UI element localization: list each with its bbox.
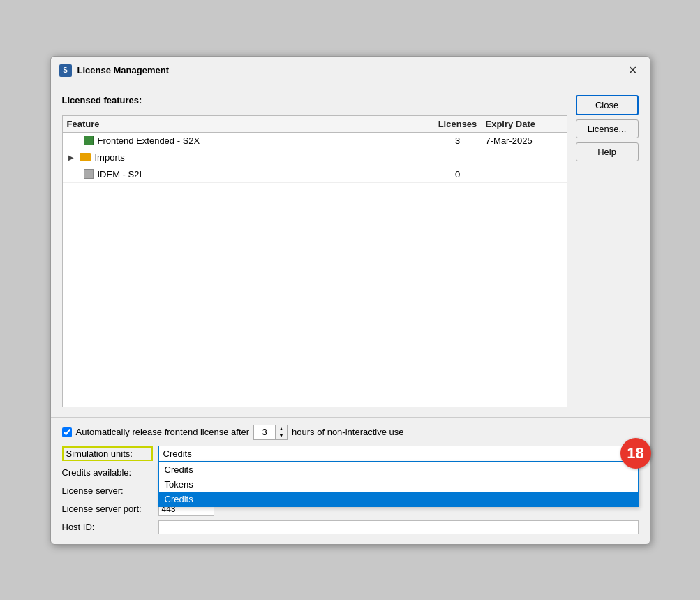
feature-name-idem: IDEM - S2I <box>98 169 142 180</box>
row-expiry-frontend: 7-Mar-2025 <box>486 136 563 146</box>
bottom-section: Automatically release frontend license a… <box>51 417 650 544</box>
dialog-title: License Management <box>77 65 619 75</box>
row-feature-idem: IDEM - S2I <box>67 169 430 180</box>
side-buttons: Close License... Help <box>576 95 639 407</box>
row-licenses-frontend: 3 <box>430 136 486 146</box>
simulation-units-row: Simulation units: Credits ▾ Credits Toke… <box>62 446 639 462</box>
close-button[interactable]: Close <box>576 95 639 115</box>
simulation-units-dropdown[interactable]: Credits ▾ <box>158 446 639 462</box>
host-id-value <box>158 520 639 534</box>
license-server-port-label: License server port: <box>62 504 153 514</box>
hours-spinner[interactable]: ▲ ▼ <box>253 425 288 440</box>
feature-name-frontend: Frontend Extended - S2X <box>98 136 200 146</box>
help-button[interactable]: Help <box>576 142 639 161</box>
feature-icon-green <box>84 136 94 145</box>
spinner-up-button[interactable]: ▲ <box>276 425 287 432</box>
dropdown-list: Credits Tokens Credits <box>158 462 639 507</box>
row-feature-frontend: Frontend Extended - S2X <box>67 136 430 146</box>
credits-available-label: Credits available: <box>62 467 153 478</box>
auto-release-checkbox[interactable] <box>62 427 72 437</box>
col-header-expiry: Expiry Date <box>486 119 563 129</box>
feature-name-imports: Imports <box>95 152 125 163</box>
licensed-features-label: Licensed features: <box>62 95 567 105</box>
title-bar: S License Management ✕ <box>51 57 650 85</box>
dialog-body: Licensed features: Feature Licenses Expi… <box>51 85 650 417</box>
features-table: Feature Licenses Expiry Date Frontend Ex… <box>62 115 567 407</box>
auto-release-label-after: hours of non-interactive use <box>292 427 403 437</box>
simulation-units-dropdown-wrapper: Credits ▾ Credits Tokens Credits 18 <box>158 446 639 462</box>
license-button[interactable]: License... <box>576 119 639 138</box>
col-header-licenses: Licenses <box>430 119 486 129</box>
auto-release-label-before: Automatically release frontend license a… <box>76 427 250 437</box>
dropdown-item-credits-1[interactable]: Credits <box>159 462 638 477</box>
host-id-label: Host ID: <box>62 522 153 532</box>
row-feature-imports: ▶ Imports <box>67 152 430 163</box>
col-header-feature: Feature <box>67 119 430 129</box>
badge-18: 18 <box>620 438 651 469</box>
license-server-label: License server: <box>62 485 153 496</box>
auto-release-row: Automatically release frontend license a… <box>62 425 639 440</box>
spinner-arrows: ▲ ▼ <box>275 425 287 439</box>
table-header: Feature Licenses Expiry Date <box>63 116 567 133</box>
expand-arrow-icon[interactable]: ▶ <box>67 153 75 161</box>
spinner-down-button[interactable]: ▼ <box>276 432 287 439</box>
feature-icon-folder <box>80 153 91 161</box>
fields-section: Simulation units: Credits ▾ Credits Toke… <box>62 446 639 534</box>
dropdown-item-tokens[interactable]: Tokens <box>159 477 638 492</box>
table-row[interactable]: IDEM - S2I 0 <box>63 166 567 183</box>
feature-icon-gray <box>84 169 94 179</box>
simulation-units-label: Simulation units: <box>62 446 153 461</box>
license-management-dialog: S License Management ✕ Licensed features… <box>50 56 650 545</box>
row-licenses-idem: 0 <box>430 169 486 180</box>
table-row[interactable]: ▶ Imports <box>63 149 567 166</box>
table-row[interactable]: Frontend Extended - S2X 3 7-Mar-2025 <box>63 133 567 149</box>
dropdown-selected-value: Credits <box>163 448 192 459</box>
main-content: Licensed features: Feature Licenses Expi… <box>62 95 567 407</box>
app-icon: S <box>59 64 72 77</box>
dropdown-item-credits-2[interactable]: Credits <box>159 492 638 506</box>
hours-input[interactable] <box>254 425 275 439</box>
window-close-button[interactable]: ✕ <box>625 62 641 79</box>
host-id-row: Host ID: <box>62 520 639 534</box>
